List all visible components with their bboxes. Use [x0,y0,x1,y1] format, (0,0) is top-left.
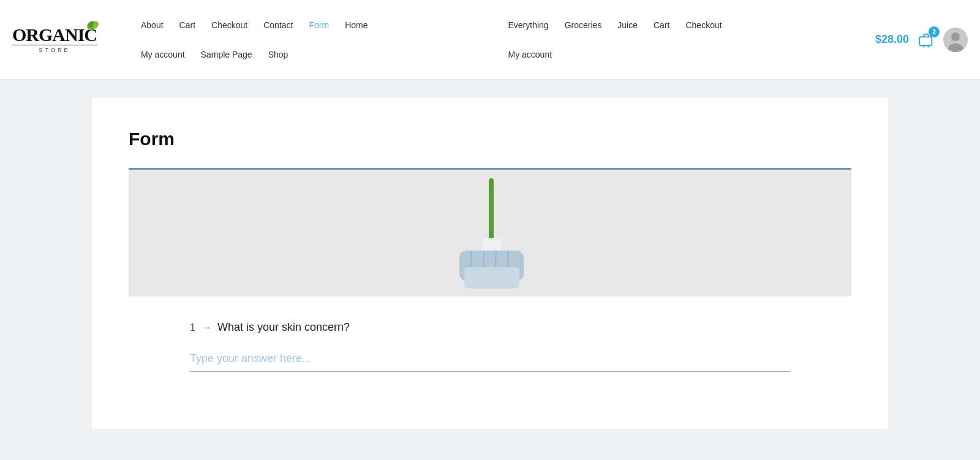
logo-area[interactable]: ORGANIC STORE [12,26,116,53]
nav-link-checkout[interactable]: Checkout [679,17,728,34]
cart-button[interactable]: 2 [915,29,937,51]
header: ORGANIC STORE AboutCartCheckoutContactFo… [0,0,980,80]
nav-right: EverythingGroceriesJuiceCartCheckout My … [496,10,862,69]
nav-link-sample-page[interactable]: Sample Page [195,46,258,63]
question-arrow-icon: → [202,322,211,333]
cart-count-badge: 2 [929,26,940,37]
nav-left-row1: AboutCartCheckoutContactFormHome [135,10,489,40]
nav-link-cart[interactable]: Cart [647,17,676,34]
user-avatar[interactable] [943,28,968,52]
nav-link-shop[interactable]: Shop [262,46,295,63]
nav-link-my-account[interactable]: My account [502,46,558,63]
nav-link-home[interactable]: Home [339,17,374,34]
svg-rect-9 [489,178,494,239]
question-text: What is your skin concern? [217,321,350,334]
nav-link-cart[interactable]: Cart [173,17,202,34]
nav-link-about[interactable]: About [135,17,170,34]
nav-link-groceries[interactable]: Groceries [559,17,608,34]
user-icon [943,28,968,52]
page-title: Form [129,129,851,149]
content-card: Form 1 [92,98,888,429]
question-section: 1 → What is your skin concern? [129,321,851,372]
nav-link-checkout[interactable]: Checkout [205,17,254,34]
logo-store-text: STORE [12,45,97,53]
header-right: $28.00 2 [863,28,968,52]
plant-hand-illustration [398,172,582,295]
svg-point-4 [923,45,925,47]
nav-link-everything[interactable]: Everything [502,17,554,34]
nav-right-row2: My account [502,40,856,69]
nav-link-juice[interactable]: Juice [611,17,644,34]
answer-input[interactable] [190,346,790,372]
nav-left-row2: My accountSample PageShop [135,40,489,69]
nav-right-row1: EverythingGroceriesJuiceCartCheckout [502,10,856,40]
svg-rect-16 [464,267,519,288]
nav-link-my-account[interactable]: My account [135,46,191,63]
svg-rect-3 [919,37,932,45]
logo-leaf-icon [85,19,102,32]
main-wrapper: Form 1 [0,80,980,459]
form-image [129,168,851,296]
question-label: 1 → What is your skin concern? [190,321,790,334]
question-number: 1 [190,322,195,333]
nav-left: AboutCartCheckoutContactFormHome My acco… [129,10,496,69]
svg-point-7 [951,32,960,41]
svg-point-5 [927,45,929,47]
cart-price[interactable]: $28.00 [875,34,909,46]
nav-link-contact[interactable]: Contact [257,17,299,34]
nav-link-form[interactable]: Form [303,17,335,34]
